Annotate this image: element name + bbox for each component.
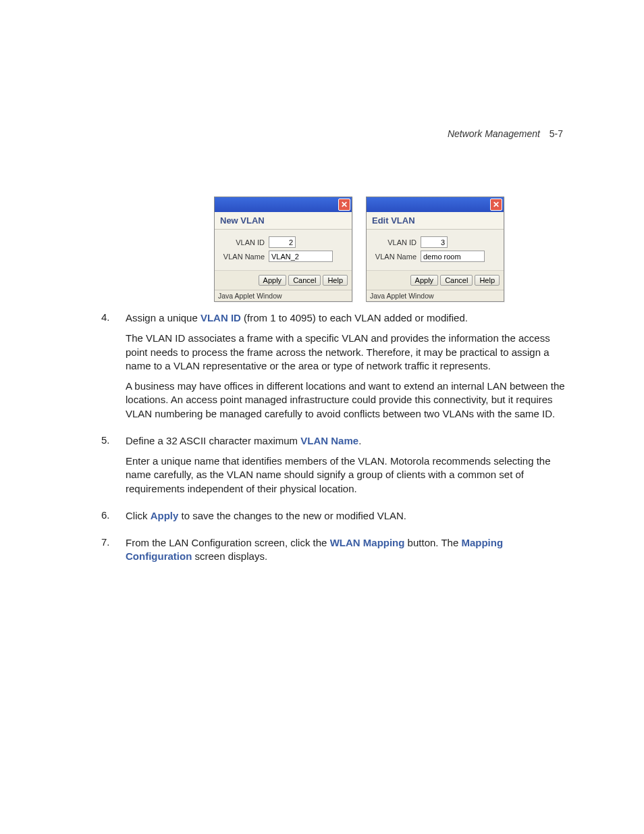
- vlan-name-label: VLAN Name: [221, 253, 269, 261]
- cancel-button[interactable]: Cancel: [440, 275, 473, 286]
- step-7: 7. From the LAN Configuration screen, cl…: [101, 536, 570, 571]
- vlan-id-input[interactable]: [269, 236, 296, 248]
- dialog-button-row: Apply Cancel Help: [215, 270, 352, 290]
- vlan-name-label: VLAN Name: [373, 253, 421, 261]
- dialog-body: VLAN ID VLAN Name: [367, 230, 504, 270]
- section-title: Network Management: [448, 128, 540, 139]
- step-text: From the LAN Configuration screen, click…: [126, 536, 570, 564]
- step-6: 6. Click Apply to save the changes to th…: [101, 509, 570, 529]
- term-vlan-name: VLAN Name: [300, 435, 358, 446]
- vlan-id-input[interactable]: [421, 236, 448, 248]
- dialog-status: Java Applet Window: [215, 290, 352, 301]
- dialog-title: New VLAN: [215, 212, 352, 230]
- step-text: Enter a unique name that identifies memb…: [126, 454, 570, 496]
- step-number: 7.: [101, 536, 126, 571]
- step-text: Click Apply to save the changes to the n…: [126, 509, 570, 523]
- dialog-body: VLAN ID VLAN Name: [215, 230, 352, 270]
- step-4: 4. Assign a unique VLAN ID (from 1 to 40…: [101, 311, 570, 427]
- vlan-id-label: VLAN ID: [373, 238, 421, 246]
- dialog-title: Edit VLAN: [367, 212, 504, 230]
- step-text: A business may have offices in different…: [126, 380, 570, 421]
- term-wlan-mapping: WLAN Mapping: [330, 537, 405, 548]
- step-number: 4.: [101, 311, 126, 427]
- page-header: Network Management 5-7: [101, 128, 570, 139]
- close-icon[interactable]: ✕: [338, 199, 350, 211]
- page-number: 5-7: [549, 128, 563, 139]
- dialog-titlebar: ✕: [215, 197, 352, 212]
- dialog-status: Java Applet Window: [367, 290, 504, 301]
- help-button[interactable]: Help: [475, 275, 500, 286]
- dialog-button-row: Apply Cancel Help: [367, 270, 504, 290]
- step-text: The VLAN ID associates a frame with a sp…: [126, 332, 570, 373]
- vlan-id-label: VLAN ID: [221, 238, 269, 246]
- dialog-screenshots: ✕ New VLAN VLAN ID VLAN Name Apply Cance…: [149, 197, 570, 302]
- close-icon[interactable]: ✕: [490, 199, 502, 211]
- step-5: 5. Define a 32 ASCII character maximum V…: [101, 434, 570, 502]
- apply-button[interactable]: Apply: [410, 275, 439, 286]
- step-number: 6.: [101, 509, 126, 529]
- apply-button[interactable]: Apply: [259, 275, 287, 286]
- edit-vlan-dialog: ✕ Edit VLAN VLAN ID VLAN Name Apply Canc…: [366, 197, 504, 302]
- vlan-name-input[interactable]: [269, 251, 333, 262]
- instruction-list: 4. Assign a unique VLAN ID (from 1 to 40…: [101, 311, 570, 571]
- cancel-button[interactable]: Cancel: [288, 275, 321, 286]
- dialog-titlebar: ✕: [367, 197, 504, 212]
- term-apply: Apply: [151, 510, 179, 521]
- help-button[interactable]: Help: [323, 275, 348, 286]
- step-text: Define a 32 ASCII character maximum VLAN…: [126, 434, 570, 448]
- step-text: Assign a unique VLAN ID (from 1 to 4095)…: [126, 311, 570, 325]
- step-number: 5.: [101, 434, 126, 502]
- vlan-name-input[interactable]: [421, 251, 485, 262]
- new-vlan-dialog: ✕ New VLAN VLAN ID VLAN Name Apply Cance…: [214, 197, 352, 302]
- term-vlan-id: VLAN ID: [200, 312, 241, 323]
